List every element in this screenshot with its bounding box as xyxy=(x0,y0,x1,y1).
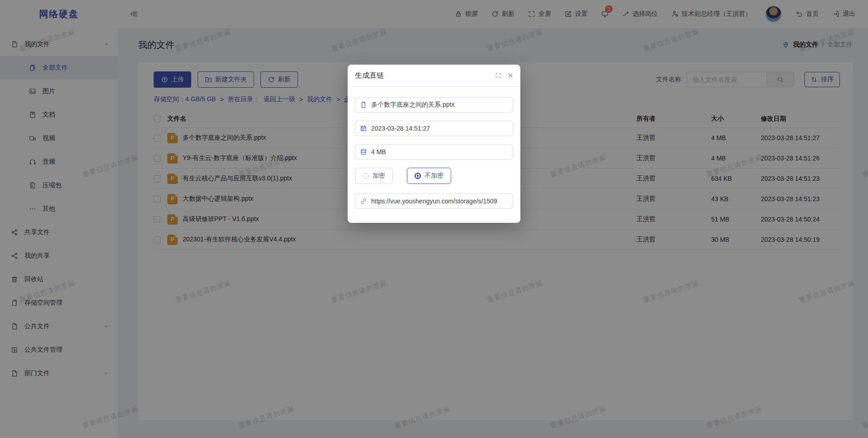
radio-unencrypted-label: 不加密 xyxy=(425,172,443,180)
database-icon xyxy=(360,148,367,155)
link-size-value: 4 MB xyxy=(371,148,386,155)
encryption-options: 加密 不加密 xyxy=(355,168,513,184)
link-date-field[interactable]: 2023-03-28 14:51:27 xyxy=(355,121,513,136)
calendar-icon xyxy=(360,125,367,132)
radio-unencrypted[interactable]: 不加密 xyxy=(407,168,451,184)
dialog-fullscreen-icon[interactable] xyxy=(495,72,501,79)
direct-link-field[interactable]: https://vue.youshengyun.com/storage/s/15… xyxy=(355,193,513,209)
radio-selected-icon xyxy=(415,173,421,179)
radio-encrypted[interactable]: 加密 xyxy=(355,168,393,184)
dialog-header: 生成直链 × xyxy=(348,65,520,87)
dialog-title: 生成直链 xyxy=(355,71,384,80)
link-file-name-value: 多个数字底座之间的关系.pptx xyxy=(371,101,454,109)
link-date-value: 2023-03-28 14:51:27 xyxy=(371,125,430,132)
link-icon xyxy=(360,198,367,205)
dialog-close-icon[interactable]: × xyxy=(508,71,513,80)
link-size-field[interactable]: 4 MB xyxy=(355,144,513,160)
link-file-name-field[interactable]: 多个数字底座之间的关系.pptx xyxy=(355,97,513,113)
radio-encrypted-label: 加密 xyxy=(373,172,385,180)
direct-link-value: https://vue.youshengyun.com/storage/s/15… xyxy=(371,198,497,205)
file-icon xyxy=(360,101,367,108)
generate-link-dialog: 生成直链 × 多个数字底座之间的关系.pptx 2023-03-28 14:51… xyxy=(348,65,520,223)
radio-circle-icon xyxy=(363,173,369,179)
dialog-body: 多个数字底座之间的关系.pptx 2023-03-28 14:51:27 4 M… xyxy=(348,87,520,209)
